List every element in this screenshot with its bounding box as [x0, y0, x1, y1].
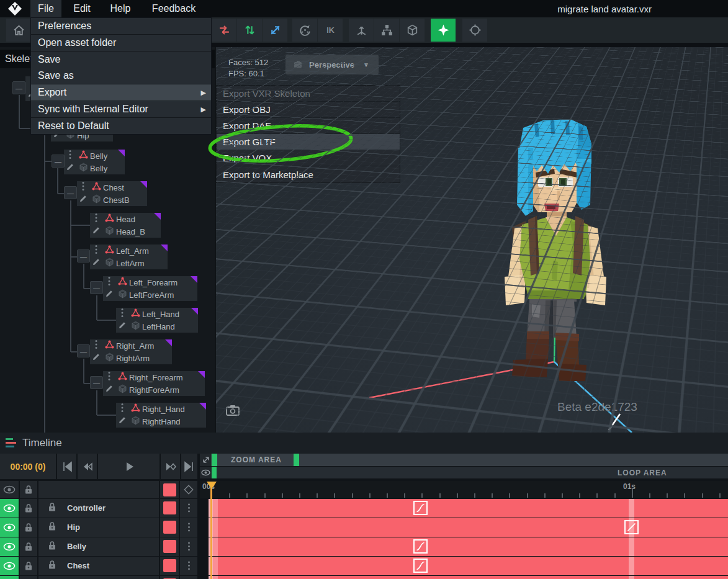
- sort-vertical-button[interactable]: [237, 19, 262, 42]
- tree-node-belly[interactable]: BellyBelly: [64, 150, 125, 174]
- bone-row[interactable]: Left_Forearm: [103, 276, 197, 289]
- keyframe-curve-icon[interactable]: [624, 520, 639, 534]
- track-lock-toggle[interactable]: [20, 499, 37, 518]
- header-eye[interactable]: [0, 481, 19, 498]
- keyframe-curve-icon[interactable]: [413, 559, 428, 573]
- app-logo-icon[interactable]: [7, 1, 22, 16]
- file-menu-item-open-asset-folder[interactable]: Open asset folder: [31, 35, 211, 51]
- next-keyframe-button[interactable]: [161, 454, 180, 479]
- tree-collapse-toggle[interactable]: —: [77, 249, 90, 263]
- track-lock-toggle[interactable]: [20, 557, 37, 575]
- menubar-item-help[interactable]: Help: [103, 0, 138, 17]
- mesh-row[interactable]: RightHand: [116, 415, 206, 428]
- loop-eye-cell[interactable]: [200, 467, 211, 478]
- bone-row[interactable]: Right_Arm: [90, 339, 172, 352]
- bone-lock-icon[interactable]: [48, 560, 56, 572]
- tree-node-left_forearm[interactable]: Left_ForearmLeftForeArm: [103, 276, 197, 301]
- tree-node-right_forearm[interactable]: Right_ForearmRightForeArm: [103, 371, 205, 396]
- keyframe-curve-icon[interactable]: [413, 539, 428, 554]
- avatar-3d-model[interactable]: [491, 118, 615, 385]
- track-keyframe-bar[interactable]: [209, 518, 728, 537]
- bone-row[interactable]: Right_Forearm: [103, 371, 205, 384]
- track-eye-toggle[interactable]: [0, 557, 19, 575]
- skip-end-button[interactable]: [181, 454, 197, 479]
- mesh-row[interactable]: RightForeArm: [103, 384, 205, 396]
- export-submenu-item-export-vox[interactable]: Export VOX: [217, 150, 400, 166]
- bone-lock-icon[interactable]: [48, 521, 56, 534]
- track-eye-toggle[interactable]: [0, 499, 19, 518]
- bone-row[interactable]: Belly: [64, 150, 125, 162]
- tree-collapse-toggle[interactable]: —: [90, 376, 103, 389]
- tree-collapse-toggle[interactable]: —: [90, 281, 103, 294]
- mesh-row[interactable]: LeftHand: [116, 320, 198, 333]
- menubar-item-edit[interactable]: Edit: [66, 0, 97, 17]
- track-lock-toggle[interactable]: [20, 576, 37, 579]
- playhead-line[interactable]: [210, 483, 212, 579]
- mesh-row[interactable]: RightArm: [90, 352, 172, 364]
- play-button[interactable]: [98, 454, 160, 479]
- loop-area-row[interactable]: LOOP AREA: [200, 467, 728, 478]
- tree-node-head[interactable]: HeadHead_B: [90, 213, 161, 238]
- tree-collapse-toggle[interactable]: —: [12, 81, 25, 94]
- track-keyframe-bar[interactable]: [209, 499, 728, 518]
- menubar-item-feedback[interactable]: Feedback: [143, 0, 205, 17]
- target-button[interactable]: [462, 19, 487, 42]
- track-keyframe-bar[interactable]: [209, 557, 728, 575]
- track-menu-button[interactable]: [180, 499, 197, 518]
- export-submenu-item-export-to-marketplace[interactable]: Export to Marketplace: [217, 166, 400, 182]
- tree-collapse-toggle[interactable]: —: [64, 186, 77, 199]
- tree-node-left_hand[interactable]: Left_HandLeftHand: [116, 308, 198, 333]
- track-color-swatch[interactable]: [163, 521, 176, 534]
- timeline-ruler[interactable]: 00s01s: [200, 481, 728, 498]
- cube-button[interactable]: [400, 19, 425, 42]
- tree-node-chest[interactable]: ChestChestB: [77, 181, 147, 206]
- header-keyframe[interactable]: [180, 481, 197, 498]
- hierarchy-button[interactable]: [374, 19, 399, 42]
- tree-collapse-toggle[interactable]: —: [77, 344, 90, 357]
- track-color-swatch[interactable]: [163, 540, 176, 553]
- tree-node-right_arm[interactable]: Right_ArmRightArm: [90, 339, 172, 364]
- track-eye-toggle[interactable]: [0, 518, 19, 537]
- mesh-row[interactable]: Belly: [64, 162, 125, 174]
- track-keyframe-bar[interactable]: [209, 537, 728, 556]
- zoom-area-row[interactable]: ZOOM AREA: [200, 454, 728, 466]
- zoom-expand-cell[interactable]: [200, 454, 211, 466]
- file-menu-item-reset-to-default[interactable]: Reset to Default: [31, 118, 211, 134]
- track-menu-button[interactable]: [180, 576, 197, 579]
- track-menu-button[interactable]: [180, 537, 197, 556]
- bone-row[interactable]: Left_Hand: [116, 308, 198, 320]
- track-eye-toggle[interactable]: [0, 537, 19, 556]
- bone-lock-icon[interactable]: [48, 541, 56, 553]
- diagonal-arrows-button[interactable]: [263, 19, 287, 42]
- tree-node-right_hand[interactable]: Right_HandRightHand: [116, 403, 206, 428]
- track-keyframe-bar[interactable]: [209, 576, 728, 579]
- mesh-row[interactable]: LeftForeArm: [103, 289, 197, 301]
- export-submenu-item-export-obj[interactable]: Export OBJ: [217, 102, 400, 118]
- file-menu-item-save-as[interactable]: Save as: [31, 68, 211, 84]
- swap-horizontal-button[interactable]: [212, 19, 236, 42]
- track-lock-toggle[interactable]: [20, 537, 37, 556]
- ik-button[interactable]: IK: [318, 19, 343, 42]
- export-submenu-item-export-vxr-skeleton[interactable]: Export VXR Skeleton: [217, 86, 400, 102]
- tree-collapse-toggle[interactable]: —: [52, 155, 65, 168]
- mesh-row[interactable]: Head_B: [90, 225, 161, 238]
- rotate-button[interactable]: [292, 19, 317, 42]
- screenshot-camera-icon[interactable]: [226, 405, 240, 416]
- keyframe-curve-icon[interactable]: [413, 501, 428, 515]
- zoom-handle-left[interactable]: [212, 454, 217, 466]
- track-color-swatch[interactable]: [163, 501, 176, 514]
- file-menu-item-export[interactable]: Export▶: [31, 84, 211, 101]
- bone-row[interactable]: Right_Hand: [116, 403, 206, 415]
- header-color[interactable]: [160, 481, 179, 498]
- playhead-handle[interactable]: [207, 482, 217, 489]
- track-eye-toggle[interactable]: [0, 576, 19, 579]
- export-submenu-item-export-dae[interactable]: Export DAE: [217, 118, 400, 134]
- camera-mode-dropdown[interactable]: Perspective ▼: [285, 55, 379, 74]
- loop-handle-left[interactable]: [212, 467, 217, 478]
- menubar-item-file[interactable]: File: [30, 0, 61, 17]
- file-menu-item-preferences[interactable]: Preferences: [31, 18, 211, 34]
- track-menu-button[interactable]: [180, 518, 197, 537]
- bone-row[interactable]: Chest: [77, 181, 147, 194]
- bone-row[interactable]: Head: [90, 213, 161, 225]
- bone-row[interactable]: Left_Arm: [90, 245, 168, 257]
